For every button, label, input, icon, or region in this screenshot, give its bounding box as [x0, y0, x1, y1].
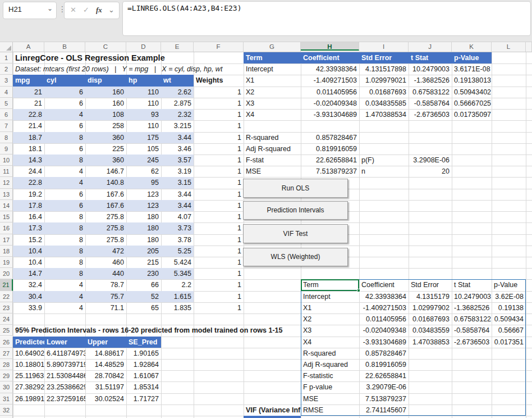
cell-K24[interactable]: 0.67583122 — [452, 313, 492, 325]
prediction-intervals-button[interactable]: Prediction Intervals — [243, 201, 348, 220]
cell-B15[interactable]: 8 — [44, 211, 85, 222]
cell-A14[interactable]: 17.8 — [13, 200, 44, 211]
row-header-23[interactable]: 23 — [0, 302, 13, 313]
cell-F22[interactable]: 1 — [194, 291, 244, 302]
row-header-15[interactable]: 15 — [0, 211, 13, 222]
column-header-C[interactable]: C — [85, 42, 126, 52]
row-header-30[interactable]: 30 — [0, 381, 13, 393]
cell-A11[interactable]: 24.4 — [13, 166, 44, 177]
cell-A12[interactable]: 22.8 — [13, 177, 44, 188]
cell-I32[interactable]: 2.741145607 — [359, 405, 409, 416]
cell-F17[interactable]: 1 — [194, 234, 244, 246]
column-header-H[interactable]: H — [301, 42, 359, 51]
cell-C29[interactable]: 28.70842 — [85, 370, 126, 381]
cell-C4[interactable]: 160 — [85, 87, 126, 98]
cell-L23[interactable]: 0.19138 — [492, 302, 526, 313]
cell-H11[interactable]: 7.513879237 — [301, 166, 359, 177]
row-header-17[interactable]: 17 — [0, 234, 13, 246]
column-header-disp[interactable]: disp — [85, 75, 126, 86]
cell-B6[interactable]: 4 — [44, 109, 85, 120]
cell-A29[interactable]: 25.11963 — [13, 370, 44, 381]
cell-F16[interactable]: 1 — [194, 222, 244, 234]
cell-L22[interactable]: 3.62E-08 — [492, 291, 526, 302]
cancel-icon[interactable]: ✕ — [70, 6, 76, 14]
row-header-5[interactable]: 5 — [0, 98, 13, 109]
cell-A21[interactable]: 32.4 — [13, 279, 44, 290]
cell-E11[interactable]: 3.19 — [161, 166, 194, 177]
cell-J24[interactable]: 0.01687693 — [409, 313, 452, 325]
row-header-2[interactable]: 2 — [0, 63, 13, 75]
cell-J26[interactable]: 1.47038853 — [409, 337, 452, 348]
cell-F8[interactable]: 1 — [194, 132, 244, 143]
row-header-8[interactable]: 8 — [0, 132, 13, 143]
row-header-9[interactable]: 9 — [0, 143, 13, 155]
cell-F21[interactable]: 1 — [194, 279, 244, 290]
cell-K5[interactable]: 0.56667025 — [452, 98, 492, 109]
cell-D13[interactable]: 123 — [126, 189, 161, 200]
cell-K3[interactable]: 0.19138013 — [452, 75, 492, 86]
cell-C27[interactable]: 14.88617 — [85, 348, 126, 359]
enter-icon[interactable]: ✓ — [83, 6, 89, 14]
cell-A18[interactable]: 10.4 — [13, 246, 44, 257]
cell-C12[interactable]: 140.8 — [85, 177, 126, 188]
cell-C17[interactable]: 275.8 — [85, 234, 126, 246]
row-header-10[interactable]: 10 — [0, 155, 13, 166]
column-header-partial[interactable] — [526, 42, 532, 52]
column-header-D[interactable]: D — [126, 42, 161, 52]
cell-F14[interactable]: 1 — [194, 200, 244, 211]
cell-H27[interactable]: R-squared — [301, 348, 359, 359]
cell-A20[interactable]: 14.7 — [13, 268, 44, 279]
cell-D23[interactable]: 65 — [126, 302, 161, 313]
row-header-31[interactable]: 31 — [0, 393, 13, 405]
cell-I5[interactable]: 0.034835585 — [359, 98, 409, 109]
cell-C14[interactable]: 167.6 — [85, 200, 126, 211]
cell-B19[interactable]: 8 — [44, 257, 85, 268]
cell-F10[interactable]: 1 — [194, 155, 244, 166]
cell-B12[interactable]: 4 — [44, 177, 85, 188]
row-header-21[interactable]: 21 — [0, 279, 13, 290]
cell-A31[interactable]: 26.19891 — [13, 393, 44, 405]
cell-I2[interactable]: 4.131517898 — [359, 63, 409, 75]
cell-A13[interactable]: 19.2 — [13, 189, 44, 200]
cell-H10[interactable]: 22.62658841 — [301, 155, 359, 166]
cell-F23[interactable]: 1 — [194, 302, 244, 313]
cell-C8[interactable]: 360 — [85, 132, 126, 143]
prediction-header-3[interactable]: SE_Pred — [126, 337, 161, 348]
vif-test-button[interactable]: VIF Test — [243, 224, 348, 243]
cell-I3[interactable]: 1.029979021 — [359, 75, 409, 86]
row-header-12[interactable]: 12 — [0, 177, 13, 188]
cell-J25[interactable]: 0.03483559 — [409, 325, 452, 336]
coef-header-3[interactable]: t Stat — [409, 52, 452, 63]
column-header-B[interactable]: B — [44, 42, 85, 52]
row-header-19[interactable]: 19 — [0, 257, 13, 268]
cell-G11[interactable]: MSE — [244, 166, 301, 177]
cell-C7[interactable]: 258 — [85, 120, 126, 131]
cell-B18[interactable]: 8 — [44, 246, 85, 257]
row-header-29[interactable]: 29 — [0, 370, 13, 381]
row-header-partial[interactable] — [0, 416, 13, 418]
cell-A28[interactable]: 10.18801 — [13, 359, 44, 370]
cell-E21[interactable]: 2.2 — [161, 279, 194, 290]
results-header-3[interactable]: t Stat — [452, 279, 492, 290]
cell-J5[interactable]: -0.5858764 — [409, 98, 452, 109]
cell-I24[interactable]: 0.011405956 — [359, 313, 409, 325]
column-header-E[interactable]: E — [161, 42, 194, 52]
insert-function-icon[interactable]: fx — [96, 6, 102, 15]
cell-C20[interactable]: 440 — [85, 268, 126, 279]
wls-weighted-button[interactable]: WLS (Weighted) — [243, 248, 348, 267]
cell-D6[interactable]: 93 — [126, 109, 161, 120]
cell-J3[interactable]: -1.3682526 — [409, 75, 452, 86]
cell-H25[interactable]: X3 — [301, 325, 359, 336]
cell-C23[interactable]: 71.1 — [85, 302, 126, 313]
cell-A23[interactable]: 33.9 — [13, 302, 44, 313]
cell-D20[interactable]: 230 — [126, 268, 161, 279]
cell-I27[interactable]: 0.857828467 — [359, 348, 409, 359]
cell-I22[interactable]: 42.33938364 — [359, 291, 409, 302]
cell-E6[interactable]: 2.32 — [161, 109, 194, 120]
cell-E8[interactable]: 3.44 — [161, 132, 194, 143]
cell-B31[interactable]: 22.37259165 — [44, 393, 85, 405]
cell-G4[interactable]: X2 — [244, 87, 301, 98]
cell-A15[interactable]: 16.4 — [13, 211, 44, 222]
cell-J2[interactable]: 10.2479003 — [409, 63, 452, 75]
cell-I10[interactable]: p(F) — [359, 155, 409, 166]
